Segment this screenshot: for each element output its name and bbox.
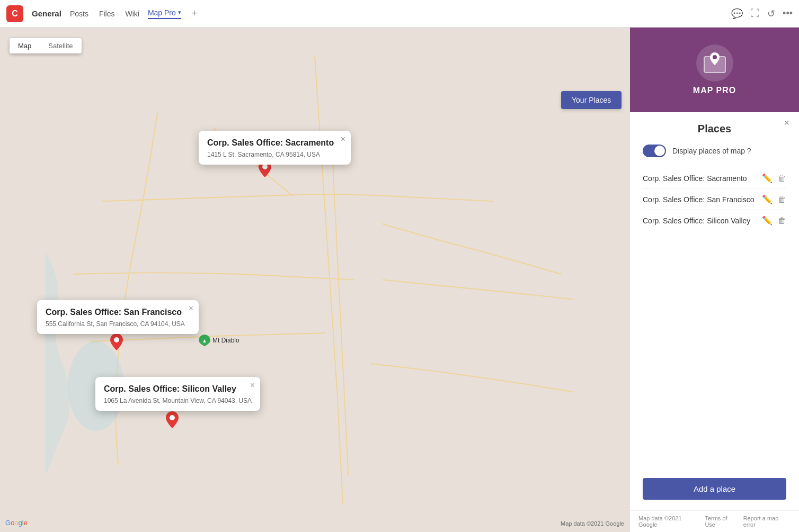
active-tab[interactable]: Map Pro ▾ xyxy=(148,8,181,19)
chevron-down-icon: ▾ xyxy=(178,9,181,16)
popup-sf-address: 555 California St, San Francisco, CA 941… xyxy=(46,320,190,328)
edit-sacramento-icon[interactable]: ✏️ xyxy=(762,173,773,183)
right-panel: MAP PRO Your Places × Places Display pla… xyxy=(629,28,799,532)
popup-sacramento-close[interactable]: × xyxy=(341,135,345,143)
nav-wiki[interactable]: Wiki xyxy=(125,10,139,18)
place-name-sv: Corp. Sales Office: Silicon Valley xyxy=(643,217,757,225)
nav-links: Posts Files Wiki xyxy=(70,10,139,18)
add-tab-button[interactable]: + xyxy=(192,8,198,19)
delete-sf-icon[interactable]: 🗑 xyxy=(778,195,786,204)
place-row: Corp. Sales Office: San Francisco ✏️ 🗑 xyxy=(643,189,786,210)
map-pro-icon-wrap xyxy=(696,44,733,82)
popup-sacramento-title: Corp. Sales Office: Sacramento xyxy=(207,138,342,148)
panel-section-title: Places xyxy=(643,123,786,135)
display-places-toggle-row: Display places of map ? xyxy=(643,145,786,157)
popup-sv-address: 1065 La Avenida St, Mountain View, CA 94… xyxy=(104,397,252,404)
map-footer: Map data ©2021 Google xyxy=(561,520,624,527)
map-type-map[interactable]: Map xyxy=(10,38,40,53)
nav-files[interactable]: Files xyxy=(99,10,115,18)
main-area: Map Satellite × Corp. Sales Office: Sacr… xyxy=(0,28,799,532)
panel-body: Places Display places of map ? Corp. Sal… xyxy=(630,112,799,510)
popup-sf-title: Corp. Sales Office: San Francisco xyxy=(46,308,190,317)
map-type-toggle: Map Satellite xyxy=(10,38,82,53)
panel-close-button[interactable]: × xyxy=(784,118,789,129)
nav-posts[interactable]: Posts xyxy=(70,10,88,18)
delete-sacramento-icon[interactable]: 🗑 xyxy=(778,174,786,183)
popup-sf-close[interactable]: × xyxy=(189,304,193,313)
add-place-button[interactable]: Add a place xyxy=(643,478,786,500)
more-icon[interactable]: ••• xyxy=(783,8,793,19)
map-pro-header: MAP PRO xyxy=(630,28,799,112)
place-name-sacramento: Corp. Sales Office: Sacramento xyxy=(643,174,757,183)
display-places-toggle[interactable] xyxy=(643,145,666,157)
svg-point-6 xyxy=(713,55,717,59)
popup-sv-close[interactable]: × xyxy=(250,381,255,390)
footer-report[interactable]: Report a map error xyxy=(743,515,791,528)
comment-icon[interactable]: 💬 xyxy=(731,8,743,20)
map-container[interactable]: Map Satellite × Corp. Sales Office: Sacr… xyxy=(0,28,629,532)
top-bar-actions: 💬 ⛶ ↺ ••• xyxy=(731,8,793,20)
panel-footer: Map data ©2021 Google Terms of Use Repor… xyxy=(630,510,799,532)
svg-text:▲: ▲ xyxy=(202,338,207,344)
place-row: Corp. Sales Office: Sacramento ✏️ 🗑 xyxy=(643,168,786,189)
mt-diablo-marker: ▲ Mt Diablo xyxy=(199,335,239,346)
popup-sv-title: Corp. Sales Office: Silicon Valley xyxy=(104,384,252,394)
refresh-icon[interactable]: ↺ xyxy=(767,8,775,20)
popup-silicon-valley: × Corp. Sales Office: Silicon Valley 106… xyxy=(95,377,260,411)
top-bar: C General Posts Files Wiki Map Pro ▾ + 💬… xyxy=(0,0,799,28)
svg-point-1 xyxy=(262,164,268,169)
map-type-satellite[interactable]: Satellite xyxy=(40,38,81,53)
map-pro-icon xyxy=(702,50,727,76)
places-list: Corp. Sales Office: Sacramento ✏️ 🗑 Corp… xyxy=(643,168,786,231)
popup-sacramento-address: 1415 L St, Sacramento, CA 95814, USA xyxy=(207,151,342,158)
place-row: Corp. Sales Office: Silicon Valley ✏️ 🗑 xyxy=(643,210,786,231)
your-places-button[interactable]: Your Places xyxy=(561,91,622,109)
place-name-sf: Corp. Sales Office: San Francisco xyxy=(643,195,757,204)
marker-silicon-valley[interactable] xyxy=(166,411,179,428)
map-pro-title: MAP PRO xyxy=(693,86,736,95)
app-icon: C xyxy=(6,5,23,22)
svg-point-2 xyxy=(114,337,119,342)
google-logo: Google xyxy=(5,519,28,527)
footer-map-data: Map data ©2021 Google xyxy=(638,515,699,528)
edit-sf-icon[interactable]: ✏️ xyxy=(762,194,773,204)
fullscreen-icon[interactable]: ⛶ xyxy=(750,8,760,19)
popup-san-francisco: × Corp. Sales Office: San Francisco 555 … xyxy=(37,300,199,334)
popup-sacramento: × Corp. Sales Office: Sacramento 1415 L … xyxy=(199,131,351,165)
edit-sv-icon[interactable]: ✏️ xyxy=(762,215,773,226)
delete-sv-icon[interactable]: 🗑 xyxy=(778,216,786,226)
marker-san-francisco[interactable] xyxy=(110,333,123,350)
workspace-name: General xyxy=(32,9,61,18)
toggle-knob xyxy=(654,146,665,156)
svg-point-3 xyxy=(170,415,175,420)
footer-terms[interactable]: Terms of Use xyxy=(705,515,738,528)
toggle-label: Display places of map ? xyxy=(672,147,751,155)
